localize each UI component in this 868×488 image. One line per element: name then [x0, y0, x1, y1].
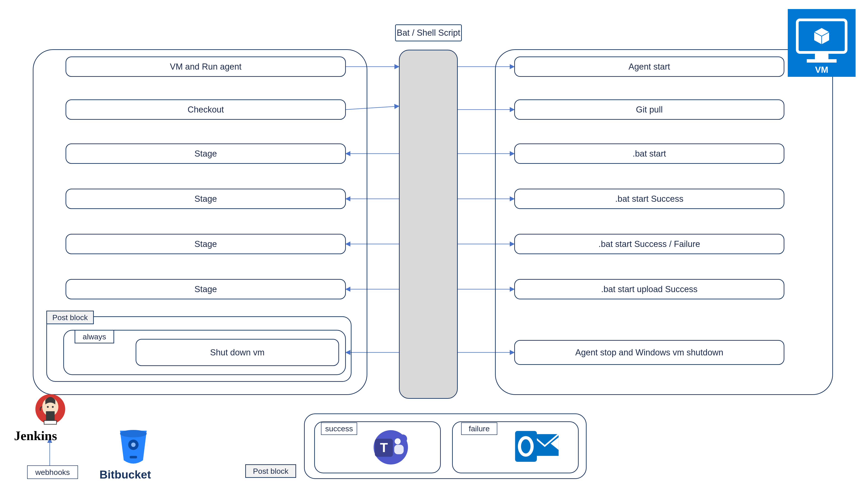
svg-rect-17 — [815, 53, 829, 59]
svg-point-40 — [131, 443, 135, 447]
azure-vm-icon: VM — [788, 9, 856, 77]
left-box-label: Stage — [194, 285, 217, 294]
right-box-label: .bat start Success / Failure — [598, 239, 700, 249]
left-box-label: VM and Run agent — [170, 62, 242, 72]
script-title: Bat / Shell Script — [397, 28, 460, 38]
bitbucket-label: Bitbucket — [99, 468, 151, 481]
right-box-bat-start: .bat start — [514, 143, 784, 164]
azure-vm-tile: VM — [788, 9, 856, 77]
success-label-text: success — [325, 424, 353, 433]
right-box-label: .bat start upload Success — [601, 285, 698, 294]
left-box-checkout: Checkout — [66, 99, 346, 120]
webhooks-text: webhooks — [35, 468, 70, 477]
failure-label: failure — [461, 422, 497, 435]
diagram-root: Bat / Shell Script VM and Run agent Chec… — [0, 0, 868, 488]
svg-point-36 — [47, 406, 49, 408]
left-box-label: Stage — [194, 194, 217, 204]
teams-icon: T — [368, 426, 411, 469]
svg-point-38 — [120, 430, 147, 437]
right-box-bat-success-failure: .bat start Success / Failure — [514, 234, 784, 254]
outlook-icon — [513, 425, 561, 469]
jenkins-label: Jenkins — [14, 428, 57, 443]
left-box-stage-1: Stage — [66, 143, 346, 164]
left-box-stage-2: Stage — [66, 189, 346, 209]
right-box-label: .bat start Success — [615, 194, 683, 204]
right-box-agent-stop: Agent stop and Windows vm shutdown — [514, 340, 784, 365]
post-block-bottom-label-text: Post block — [253, 467, 288, 476]
left-box-label: Stage — [194, 239, 217, 249]
right-box-bat-upload: .bat start upload Success — [514, 279, 784, 299]
success-label: success — [321, 422, 357, 435]
bitbucket-icon — [114, 427, 153, 468]
jenkins-icon — [34, 392, 67, 429]
post-block-label: Post block — [46, 311, 94, 324]
right-box-label: Git pull — [636, 105, 662, 115]
right-box-label: Agent stop and Windows vm shutdown — [575, 348, 723, 357]
svg-text:T: T — [380, 440, 388, 455]
left-box-vm-run-agent: VM and Run agent — [66, 57, 346, 77]
webhooks-label: webhooks — [27, 465, 78, 479]
svg-text:VM: VM — [815, 65, 829, 74]
always-label: always — [74, 330, 114, 344]
left-box-label: Stage — [194, 149, 217, 159]
script-column — [399, 50, 458, 399]
svg-point-26 — [395, 438, 401, 445]
right-box-bat-success: .bat start Success — [514, 189, 784, 209]
svg-rect-18 — [807, 59, 837, 63]
shut-down-vm-box: Shut down vm — [135, 339, 339, 366]
left-box-stage-4: Stage — [66, 279, 346, 299]
script-title-box: Bat / Shell Script — [395, 24, 462, 41]
svg-rect-41 — [130, 456, 137, 458]
svg-rect-27 — [394, 445, 404, 454]
right-box-label: Agent start — [629, 62, 670, 72]
always-label-text: always — [83, 332, 106, 341]
right-box-agent-start: Agent start — [514, 57, 784, 77]
left-box-stage-3: Stage — [66, 234, 346, 254]
failure-label-text: failure — [469, 424, 490, 433]
left-box-label: Checkout — [188, 105, 224, 115]
svg-point-37 — [52, 406, 54, 408]
post-block-bottom-label: Post block — [245, 464, 296, 478]
shutdown-label: Shut down vm — [210, 348, 265, 357]
right-box-git-pull: Git pull — [514, 99, 784, 120]
right-box-label: .bat start — [633, 149, 666, 159]
svg-rect-35 — [44, 421, 57, 424]
post-block-label-text: Post block — [53, 313, 88, 322]
svg-rect-34 — [46, 411, 55, 420]
